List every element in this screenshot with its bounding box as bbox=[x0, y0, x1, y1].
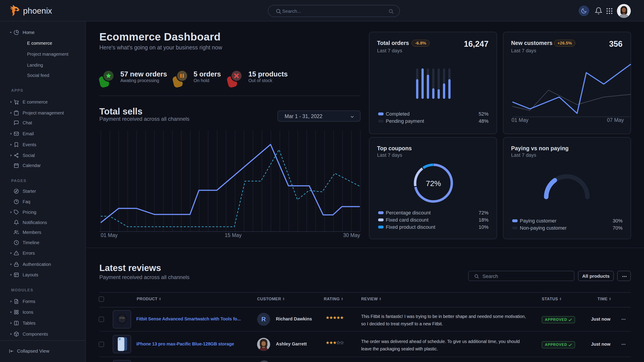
svg-text:30 May: 30 May bbox=[343, 232, 360, 238]
svg-text:17:21: 17:21 bbox=[120, 317, 125, 319]
svg-text:15 May: 15 May bbox=[225, 232, 242, 238]
svg-text:01 May: 01 May bbox=[101, 232, 118, 238]
